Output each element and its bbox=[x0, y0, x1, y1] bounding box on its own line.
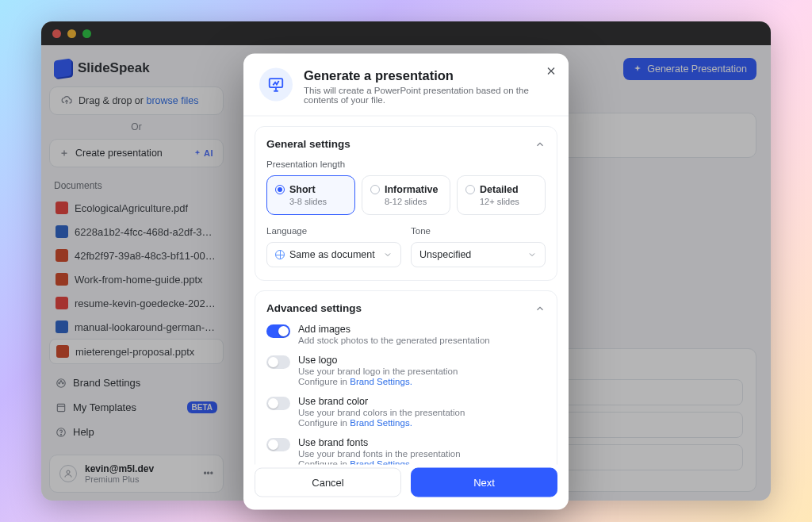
toggle-description: Add stock photos to the generated presen… bbox=[298, 336, 490, 345]
tone-select[interactable]: Unspecified bbox=[411, 242, 546, 267]
close-icon[interactable] bbox=[545, 65, 557, 78]
advanced-settings-heading: Advanced settings bbox=[266, 302, 362, 314]
chevron-down-icon bbox=[383, 250, 393, 259]
globe-icon bbox=[275, 250, 285, 259]
presentation-icon bbox=[259, 68, 293, 102]
brand-settings-link[interactable]: Brand Settings. bbox=[350, 377, 412, 386]
tone-label: Tone bbox=[411, 226, 546, 236]
advanced-settings-card: Advanced settings Add imagesAdd stock ph… bbox=[255, 290, 557, 465]
length-option-informative[interactable]: Informative8-12 slides bbox=[362, 175, 450, 215]
presentation-length-label: Presentation length bbox=[266, 159, 546, 169]
next-button[interactable]: Next bbox=[411, 468, 557, 497]
length-option-short[interactable]: Short3-8 slides bbox=[266, 175, 355, 215]
toggle-label: Use brand fonts bbox=[298, 437, 461, 448]
length-option-detailed[interactable]: Detailed12+ slides bbox=[457, 175, 546, 215]
modal-title: Generate a presentation bbox=[304, 68, 553, 83]
toggle-use-logo[interactable] bbox=[266, 355, 290, 369]
modal-subtitle: This will create a PowerPoint presentati… bbox=[304, 86, 553, 105]
toggle-label: Add images bbox=[298, 324, 490, 335]
radio-icon bbox=[370, 185, 380, 194]
generate-presentation-modal: Generate a presentation This will create… bbox=[243, 54, 569, 510]
toggle-use-brand-fonts[interactable] bbox=[266, 438, 290, 451]
toggle-label: Use logo bbox=[298, 355, 458, 366]
language-select[interactable]: Same as document bbox=[266, 242, 401, 267]
toggle-label: Use brand color bbox=[298, 396, 465, 407]
brand-settings-link[interactable]: Brand Settings. bbox=[350, 459, 412, 465]
toggle-description: Use your brand fonts in the presentation bbox=[298, 449, 461, 459]
chevron-up-icon[interactable] bbox=[534, 138, 546, 149]
chevron-up-icon[interactable] bbox=[534, 302, 546, 313]
cancel-button[interactable]: Cancel bbox=[255, 468, 401, 497]
general-settings-heading: General settings bbox=[266, 138, 350, 150]
radio-icon bbox=[465, 185, 475, 194]
language-label: Language bbox=[266, 226, 401, 236]
general-settings-card: General settings Presentation length Sho… bbox=[255, 126, 557, 281]
toggle-description: Use your brand logo in the presentation bbox=[298, 367, 458, 376]
radio-icon bbox=[275, 185, 285, 194]
chevron-down-icon bbox=[527, 250, 537, 259]
toggle-add-images[interactable] bbox=[266, 324, 290, 338]
brand-settings-link[interactable]: Brand Settings. bbox=[350, 418, 412, 428]
toggle-description: Use your brand colors in the presentatio… bbox=[298, 408, 465, 417]
toggle-use-brand-color[interactable] bbox=[266, 397, 290, 410]
